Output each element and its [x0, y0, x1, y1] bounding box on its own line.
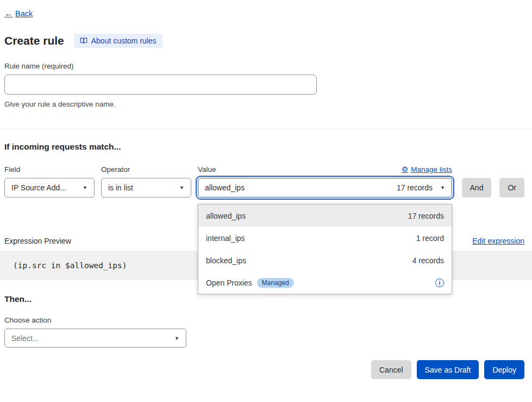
value-label: Value: [198, 165, 216, 174]
then-section-title: Then...: [4, 294, 524, 304]
operator-label: Operator: [101, 165, 191, 174]
expression-code: (ip.src in $allowed_ips): [13, 261, 127, 270]
action-select[interactable]: Select... ▼: [4, 329, 186, 348]
title-row: Create rule About custom rules: [4, 34, 524, 48]
manage-lists-link[interactable]: ⚙Manage lists: [402, 165, 452, 174]
back-arrow-icon: ←: [4, 9, 13, 18]
manage-lists-label: Manage lists: [411, 165, 452, 174]
chevron-down-icon: ▼: [179, 185, 184, 190]
chevron-down-icon: ▼: [83, 185, 87, 190]
about-badge-label: About custom rules: [91, 36, 157, 45]
match-labels-row: Field Operator Value ⚙Manage lists: [4, 165, 524, 174]
list-item-blocked-ips[interactable]: blocked_ips 4 records: [198, 249, 452, 271]
save-as-draft-button[interactable]: Save as Draft: [417, 360, 479, 379]
value-combobox[interactable]: allowed_ips 17 records ▼: [198, 178, 452, 197]
gear-icon: ⚙: [402, 165, 409, 174]
operator-select-value: is in list: [108, 183, 133, 192]
managed-badge: Managed: [257, 278, 294, 288]
chevron-down-icon: ▼: [440, 185, 445, 190]
edit-expression-link[interactable]: Edit expression: [472, 237, 524, 245]
back-link[interactable]: ←Back: [4, 9, 33, 18]
expression-preview-label: Expression Preview: [4, 237, 71, 245]
list-item-open-proxies[interactable]: Open Proxies Managed i: [198, 271, 452, 294]
section-divider: [0, 129, 532, 129]
back-label: Back: [15, 9, 33, 18]
about-custom-rules-link[interactable]: About custom rules: [74, 34, 162, 48]
operator-select[interactable]: is in list ▼: [101, 178, 191, 197]
chevron-down-icon: ▼: [174, 336, 179, 341]
book-icon: [80, 37, 87, 45]
info-icon[interactable]: i: [435, 279, 444, 287]
footer-actions: Cancel Save as Draft Deploy: [4, 360, 524, 379]
list-item-records: 1 record: [416, 234, 444, 243]
or-button[interactable]: Or: [499, 178, 524, 197]
action-select-placeholder: Select...: [11, 334, 39, 343]
list-item-name: Open Proxies: [206, 279, 252, 287]
and-button[interactable]: And: [462, 178, 492, 197]
match-controls-row: IP Source Add... ▼ is in list ▼ allowed_…: [4, 178, 524, 197]
field-select[interactable]: IP Source Add... ▼: [4, 178, 95, 197]
rule-name-input[interactable]: [4, 75, 317, 95]
value-records-count: 17 records: [397, 183, 433, 192]
match-section-title: If incoming requests match...: [4, 142, 524, 152]
cancel-button[interactable]: Cancel: [371, 360, 411, 379]
rule-name-helper: Give your rule a descriptive name.: [4, 100, 524, 108]
choose-action-label: Choose action: [4, 316, 524, 324]
field-select-value: IP Source Add...: [11, 183, 66, 192]
list-item-internal-ips[interactable]: internal_ips 1 record: [198, 227, 452, 249]
deploy-button[interactable]: Deploy: [484, 360, 524, 379]
list-item-name: internal_ips: [206, 234, 245, 243]
page-title: Create rule: [4, 34, 64, 47]
list-item-records: 17 records: [408, 212, 444, 220]
list-item-name: allowed_ips: [206, 212, 246, 220]
create-rule-page: ←Back Create rule About custom rules Rul…: [0, 0, 532, 402]
list-item-records: 4 records: [412, 256, 444, 265]
field-label: Field: [4, 165, 95, 174]
rule-name-label: Rule name (required): [4, 62, 524, 70]
list-item-name: blocked_ips: [206, 256, 246, 265]
value-combobox-selected: allowed_ips: [205, 183, 245, 192]
list-item-allowed-ips[interactable]: allowed_ips 17 records: [198, 205, 452, 227]
value-dropdown-menu: allowed_ips 17 records internal_ips 1 re…: [198, 204, 452, 294]
